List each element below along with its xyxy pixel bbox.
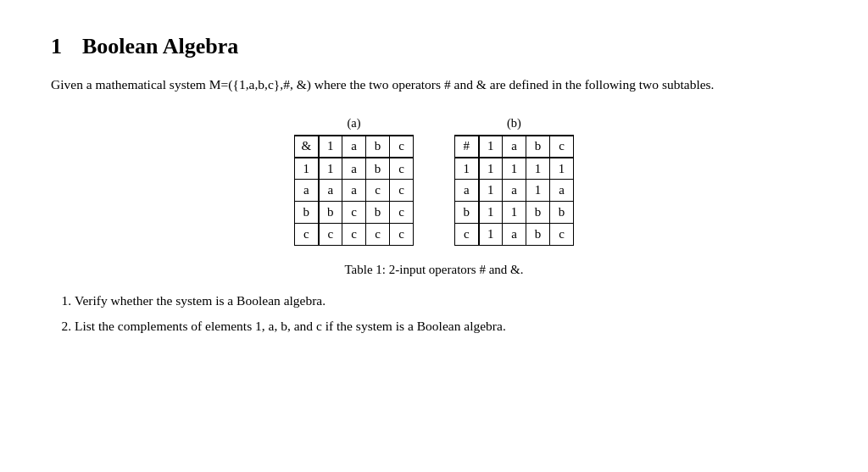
table-cell: 1 bbox=[526, 158, 550, 180]
table-row: c 1 a b c bbox=[455, 224, 574, 246]
table-cell: & bbox=[295, 136, 319, 158]
table-cell: 1 bbox=[455, 158, 479, 180]
table-cell: c bbox=[366, 224, 390, 246]
table-cell: 1 bbox=[550, 158, 574, 180]
intro-paragraph: Given a mathematical system M=({1,a,b,c}… bbox=[51, 75, 817, 96]
table-a-block: (a) & 1 a b c 1 1 a b c a a bbox=[294, 116, 414, 247]
table-cell: a bbox=[342, 158, 366, 180]
question-2: List the complements of elements 1, a, b… bbox=[75, 314, 817, 338]
table-cell: a bbox=[503, 224, 526, 246]
table-cell: b bbox=[295, 202, 319, 224]
section-heading: Boolean Algebra bbox=[82, 34, 238, 59]
table-cell: c bbox=[295, 224, 319, 246]
table-cell: b bbox=[366, 158, 390, 180]
table-cell: 1 bbox=[319, 158, 342, 180]
table-cell: 1 bbox=[319, 136, 342, 158]
table-row: a 1 a 1 a bbox=[455, 180, 574, 202]
table-cell: a bbox=[295, 180, 319, 202]
table-cell: 1 bbox=[479, 224, 503, 246]
caption-text: Table 1: 2-input operators # and &. bbox=[345, 263, 524, 276]
table-cell: c bbox=[390, 202, 414, 224]
table-row: b 1 1 b b bbox=[455, 202, 574, 224]
table-cell: c bbox=[550, 136, 574, 158]
table-cell: b bbox=[366, 136, 390, 158]
table-cell: 1 bbox=[295, 158, 319, 180]
table-cell: c bbox=[342, 202, 366, 224]
table-cell: c bbox=[455, 224, 479, 246]
table-cell: 1 bbox=[503, 202, 526, 224]
table-cell: 1 bbox=[503, 158, 526, 180]
table-cell: a bbox=[342, 136, 366, 158]
table-cell: 1 bbox=[479, 180, 503, 202]
table-row: & 1 a b c bbox=[295, 136, 414, 158]
table-cell: a bbox=[342, 180, 366, 202]
table-cell: a bbox=[503, 136, 526, 158]
table-row: b b c b c bbox=[295, 202, 414, 224]
table-cell: b bbox=[366, 202, 390, 224]
table-cell: 1 bbox=[526, 180, 550, 202]
table-cell: b bbox=[550, 202, 574, 224]
tables-area: (a) & 1 a b c 1 1 a b c a a bbox=[51, 116, 817, 278]
table-cell: c bbox=[319, 224, 342, 246]
table-row: a a a c c bbox=[295, 180, 414, 202]
table-caption: Table 1: 2-input operators # and &. bbox=[345, 263, 524, 277]
table-cell: c bbox=[390, 158, 414, 180]
table-row: 1 1 1 1 1 bbox=[455, 158, 574, 180]
table-b: # 1 a b c 1 1 1 1 1 a 1 a 1 bbox=[454, 135, 574, 247]
question-1: Verify whether the system is a Boolean a… bbox=[75, 289, 817, 313]
table-cell: c bbox=[390, 224, 414, 246]
tables-row: (a) & 1 a b c 1 1 a b c a a bbox=[294, 116, 574, 247]
section-title: 1 Boolean Algebra bbox=[51, 34, 817, 59]
table-cell: 1 bbox=[479, 158, 503, 180]
table-cell: b bbox=[319, 202, 342, 224]
table-cell: a bbox=[319, 180, 342, 202]
table-cell: c bbox=[550, 224, 574, 246]
section-number: 1 bbox=[51, 34, 62, 59]
table-b-block: (b) # 1 a b c 1 1 1 1 1 a 1 bbox=[454, 116, 574, 247]
table-cell: # bbox=[455, 136, 479, 158]
table-cell: c bbox=[366, 180, 390, 202]
table-cell: b bbox=[526, 202, 550, 224]
table-cell: a bbox=[455, 180, 479, 202]
table-row: 1 1 a b c bbox=[295, 158, 414, 180]
questions-section: Verify whether the system is a Boolean a… bbox=[51, 289, 817, 338]
table-row: # 1 a b c bbox=[455, 136, 574, 158]
table-cell: c bbox=[342, 224, 366, 246]
table-cell: c bbox=[390, 180, 414, 202]
table-a: & 1 a b c 1 1 a b c a a a c bbox=[294, 135, 414, 247]
table-cell: a bbox=[503, 180, 526, 202]
table-b-label: (b) bbox=[507, 116, 521, 130]
table-cell: 1 bbox=[479, 136, 503, 158]
table-cell: 1 bbox=[479, 202, 503, 224]
table-cell: b bbox=[526, 224, 550, 246]
table-cell: a bbox=[550, 180, 574, 202]
questions-list: Verify whether the system is a Boolean a… bbox=[51, 289, 817, 338]
table-a-label: (a) bbox=[347, 116, 360, 130]
table-row: c c c c c bbox=[295, 224, 414, 246]
table-cell: b bbox=[455, 202, 479, 224]
intro-text: Given a mathematical system M=({1,a,b,c}… bbox=[51, 77, 714, 92]
table-cell: c bbox=[390, 136, 414, 158]
table-cell: b bbox=[526, 136, 550, 158]
